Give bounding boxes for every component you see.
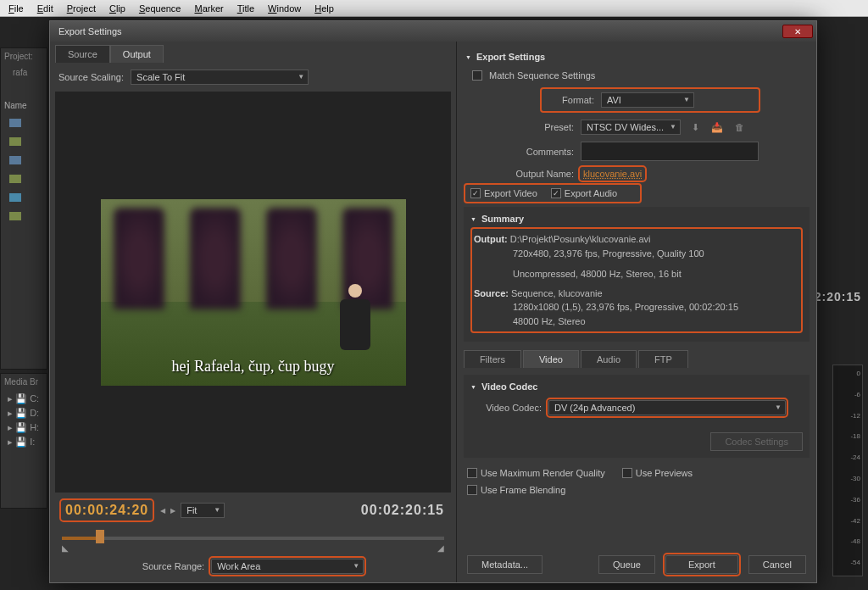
drive-item[interactable]: ▸ 💾 I: bbox=[8, 437, 40, 448]
drive-item[interactable]: ▸ 💾 H: bbox=[8, 422, 40, 433]
drive-item[interactable]: ▸ 💾 D: bbox=[8, 408, 40, 419]
preview-pane: Source Output Source Scaling: Scale To F… bbox=[50, 42, 457, 582]
menu-file[interactable]: File bbox=[3, 2, 29, 14]
source-range-select[interactable]: Work Area▼ bbox=[211, 559, 364, 574]
max-render-quality-checkbox[interactable] bbox=[467, 468, 477, 478]
drive-item[interactable]: ▸ 💾 C: bbox=[8, 393, 40, 404]
media-browser-label: Media Br bbox=[1, 374, 47, 390]
summary-content: Output: D:\Projekt\Posunky\klucovanie.av… bbox=[470, 227, 803, 333]
menu-edit[interactable]: Edit bbox=[32, 2, 58, 14]
close-icon: ✕ bbox=[794, 27, 801, 36]
bin-icon[interactable] bbox=[9, 119, 21, 127]
source-range-label: Source Range: bbox=[142, 561, 204, 571]
export-audio-label: Export Audio bbox=[565, 188, 617, 198]
settings-pane: ▼Export Settings Match Sequence Settings… bbox=[457, 42, 816, 582]
menu-sequence[interactable]: Sequence bbox=[134, 2, 186, 14]
export-video-label: Export Video bbox=[484, 188, 537, 198]
tab-source[interactable]: Source bbox=[55, 45, 110, 63]
bin-icon[interactable] bbox=[9, 193, 21, 202]
project-item[interactable]: rafa bbox=[1, 64, 47, 81]
output-name-label: Output Name: bbox=[464, 169, 574, 179]
video-codec-label: Video Codec: bbox=[470, 403, 542, 413]
app-menubar: File Edit Project Clip Sequence Marker T… bbox=[0, 0, 868, 17]
max-render-quality-label: Use Maximum Render Quality bbox=[481, 468, 605, 478]
chevron-down-icon: ▼ bbox=[214, 506, 220, 514]
use-frame-blending-checkbox[interactable] bbox=[467, 485, 477, 495]
program-monitor-timecode: 2:20:15 bbox=[815, 290, 861, 303]
save-preset-icon[interactable]: ⬇ bbox=[687, 120, 703, 135]
chevron-down-icon: ▼ bbox=[683, 96, 690, 103]
codec-settings-button: Codec Settings bbox=[710, 432, 803, 451]
zoom-select[interactable]: Fit▼ bbox=[181, 503, 225, 518]
video-codec-header: Video Codec bbox=[481, 381, 537, 392]
menu-project[interactable]: Project bbox=[62, 2, 101, 14]
export-audio-checkbox[interactable]: ✓ bbox=[551, 188, 561, 198]
video-codec-select[interactable]: DV (24p Advanced)▼ bbox=[548, 400, 786, 415]
output-name-link[interactable]: klucovanie.avi bbox=[581, 168, 644, 180]
preview-image: hej Rafaela, čup, čup bugy bbox=[101, 199, 406, 386]
chevron-down-icon: ▼ bbox=[353, 562, 359, 570]
subtab-ftp[interactable]: FTP bbox=[638, 350, 688, 368]
preview-caption: hej Rafaela, čup, čup bugy bbox=[172, 358, 335, 376]
dialog-titlebar[interactable]: Export Settings ✕ bbox=[50, 21, 816, 42]
bin-icon[interactable] bbox=[9, 137, 21, 146]
audio-meter: 0 -6 -12 -18 -24 -30 -36 -42 -48 -54 bbox=[832, 365, 863, 576]
out-mark-icon[interactable]: ◢ bbox=[437, 543, 444, 553]
format-select[interactable]: AVI▼ bbox=[601, 92, 694, 108]
out-timecode: 00:02:20:15 bbox=[361, 503, 444, 518]
preset-label: Preset: bbox=[464, 122, 574, 132]
summary-header: Summary bbox=[481, 214, 524, 224]
triangle-down-icon[interactable]: ▼ bbox=[470, 216, 476, 222]
menu-clip[interactable]: Clip bbox=[104, 2, 131, 14]
in-mark-icon[interactable]: ◣ bbox=[62, 543, 69, 553]
delete-preset-icon[interactable]: 🗑 bbox=[732, 120, 747, 135]
menu-help[interactable]: Help bbox=[309, 2, 339, 14]
import-preset-icon[interactable]: 📥 bbox=[709, 120, 725, 135]
preset-select[interactable]: NTSC DV Wides...▼ bbox=[581, 120, 681, 135]
bin-icon[interactable] bbox=[9, 175, 21, 183]
source-scaling-select[interactable]: Scale To Fit▼ bbox=[131, 70, 309, 85]
in-timecode[interactable]: 00:00:24:20 bbox=[62, 501, 152, 520]
triangle-down-icon[interactable]: ▼ bbox=[470, 384, 476, 390]
metadata-button[interactable]: Metadata... bbox=[467, 555, 542, 574]
comments-input[interactable] bbox=[581, 142, 759, 161]
use-previews-checkbox[interactable] bbox=[622, 468, 632, 478]
source-scaling-label: Source Scaling: bbox=[58, 72, 124, 82]
chevron-down-icon: ▼ bbox=[298, 73, 304, 81]
match-sequence-label: Match Sequence Settings bbox=[489, 70, 595, 81]
step-fwd-icon[interactable]: ▶ bbox=[170, 507, 175, 515]
export-settings-dialog: Export Settings ✕ Source Output Source S… bbox=[49, 20, 817, 583]
close-button[interactable]: ✕ bbox=[782, 25, 813, 38]
dialog-title: Export Settings bbox=[53, 26, 782, 36]
match-sequence-checkbox[interactable] bbox=[472, 70, 482, 81]
playhead[interactable] bbox=[96, 530, 104, 543]
tab-output[interactable]: Output bbox=[110, 45, 164, 63]
export-settings-header: Export Settings bbox=[476, 52, 545, 62]
menu-title[interactable]: Title bbox=[232, 2, 259, 14]
format-label: Format: bbox=[547, 95, 594, 105]
project-panel-label: Project: bbox=[1, 48, 47, 64]
subtab-audio[interactable]: Audio bbox=[581, 350, 637, 368]
step-back-icon[interactable]: ◀ bbox=[160, 507, 165, 515]
export-button[interactable]: Export bbox=[665, 555, 738, 574]
chevron-down-icon: ▼ bbox=[670, 123, 676, 131]
subtab-filters[interactable]: Filters bbox=[464, 350, 521, 368]
use-frame-blending-label: Use Frame Blending bbox=[481, 485, 565, 495]
timeline[interactable]: ◣ ◢ bbox=[62, 528, 444, 550]
comments-label: Comments: bbox=[464, 147, 574, 157]
subtab-video[interactable]: Video bbox=[523, 350, 579, 368]
menu-marker[interactable]: Marker bbox=[190, 2, 229, 14]
column-name: Name bbox=[1, 97, 47, 114]
use-previews-label: Use Previews bbox=[636, 468, 693, 478]
queue-button[interactable]: Queue bbox=[598, 555, 655, 574]
cancel-button[interactable]: Cancel bbox=[748, 555, 806, 574]
triangle-down-icon[interactable]: ▼ bbox=[465, 54, 471, 60]
menu-window[interactable]: Window bbox=[263, 2, 306, 14]
bin-icon[interactable] bbox=[9, 212, 21, 220]
export-video-checkbox[interactable]: ✓ bbox=[470, 188, 481, 198]
bin-icon[interactable] bbox=[9, 156, 21, 164]
chevron-down-icon: ▼ bbox=[775, 404, 782, 411]
